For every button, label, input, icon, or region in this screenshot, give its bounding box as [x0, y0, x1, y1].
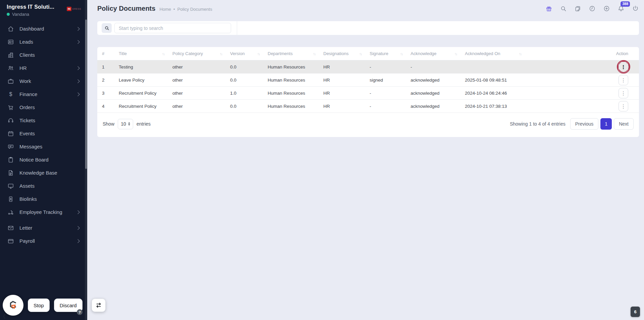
toolbar-divider — [237, 21, 237, 35]
row-action-menu-button[interactable]: ⋮ — [619, 62, 628, 72]
table-row[interactable]: 1 Testing other 0.0 Human Resources HR -… — [97, 60, 639, 74]
col-action: Action — [607, 47, 639, 60]
phone-profile-icon — [7, 196, 14, 202]
search-toolbar — [97, 21, 639, 35]
col-policy-category[interactable]: Policy Category↑↓ — [168, 47, 225, 60]
row-action-menu-button[interactable]: ⋮ — [619, 75, 628, 85]
company-name: Ingress IT Soluti... — [7, 4, 54, 10]
chevron-right-icon — [76, 79, 79, 83]
sidebar-scrollbar-thumb[interactable] — [85, 19, 87, 169]
show-label: Show — [103, 121, 114, 127]
calendar-icon — [7, 130, 14, 137]
app-root: Ingress IT Soluti... Vandana IN GRESS Da… — [0, 0, 644, 320]
sidebar-item-work[interactable]: Work — [0, 75, 87, 88]
sidebar-item-biolinks[interactable]: Biolinks — [0, 192, 87, 205]
next-page-button[interactable]: Next — [614, 118, 634, 130]
document-icon — [7, 170, 14, 176]
col-title[interactable]: Title↑↓ — [114, 47, 168, 60]
sidebar-item-letter[interactable]: Letter — [0, 221, 87, 234]
wallet-icon — [7, 238, 14, 244]
search-prefix-icon[interactable] — [102, 23, 112, 33]
briefcase-icon — [7, 78, 14, 85]
col-signature[interactable]: Signature↑↓ — [365, 47, 406, 60]
sidebar-item-orders[interactable]: Orders — [0, 101, 87, 114]
power-icon[interactable] — [632, 5, 639, 12]
current-page-button[interactable]: 1 — [600, 118, 612, 130]
row-action-menu-button[interactable]: ⋮ — [619, 88, 628, 98]
table-header-row: # Title↑↓ Policy Category↑↓ Version↑↓ De… — [97, 47, 639, 60]
monitor-icon — [7, 183, 14, 189]
scooter-tracking-icon — [7, 209, 14, 216]
users-icon — [7, 65, 14, 72]
page-size-select[interactable]: 10 — [118, 119, 133, 129]
sidebar-item-notice-board[interactable]: Notice Board — [0, 153, 87, 166]
sidebar-item-payroll[interactable]: Payroll — [0, 234, 87, 247]
breadcrumb-home[interactable]: Home — [159, 7, 171, 12]
col-acknowledge[interactable]: Acknowledge↑↓ — [406, 47, 460, 60]
sort-icon: ↑↓ — [359, 52, 362, 56]
sort-icon: ↑↓ — [162, 52, 164, 56]
chevron-right-icon — [76, 210, 79, 214]
chevron-right-icon — [76, 40, 79, 44]
swap-arrows-button[interactable] — [92, 299, 106, 312]
gift-icon[interactable] — [545, 5, 552, 12]
top-bar: Policy Documents Home • Policy Documents… — [87, 0, 644, 17]
sidebar-item-hr[interactable]: HR — [0, 61, 87, 75]
plus-circle-icon[interactable] — [603, 5, 610, 12]
search-input[interactable] — [114, 23, 231, 33]
home-icon — [7, 26, 14, 32]
sidebar-item-assets[interactable]: Assets — [0, 179, 87, 192]
sidebar-item-employee-tracking[interactable]: Employee Tracking — [0, 205, 87, 219]
search-icon[interactable] — [559, 5, 567, 12]
brand-logo-text: GRESS — [72, 8, 81, 10]
chevron-right-icon — [76, 92, 79, 96]
row-action-menu-button[interactable]: ⋮ — [619, 101, 628, 111]
clock-icon[interactable] — [588, 5, 596, 12]
main-content: Policy Documents Home • Policy Documents… — [87, 0, 644, 320]
sidebar-item-tickets[interactable]: Tickets — [0, 114, 87, 127]
breadcrumb-separator: • — [173, 7, 175, 12]
col-num: # — [97, 47, 114, 60]
policy-table: # Title↑↓ Policy Category↑↓ Version↑↓ De… — [97, 47, 639, 113]
page-title: Policy Documents — [97, 5, 155, 12]
brand-logo: IN GRESS — [67, 7, 81, 11]
bell-icon[interactable]: 388 — [617, 5, 625, 12]
sidebar-item-knowledge-base[interactable]: Knowledge Base — [0, 166, 87, 179]
stop-button[interactable]: Stop — [28, 299, 50, 312]
sidebar: Ingress IT Soluti... Vandana IN GRESS Da… — [0, 0, 87, 320]
help-badge[interactable]: ? — [77, 309, 83, 315]
leads-card-icon — [7, 39, 14, 45]
table-row[interactable]: 2 Leave Policy other 0.0 Human Resources… — [97, 74, 639, 87]
sidebar-item-finance[interactable]: $ Finance — [0, 88, 87, 101]
col-departments[interactable]: Departments↑↓ — [263, 47, 319, 60]
agent-logo-icon — [7, 299, 19, 311]
dollar-icon: $ — [7, 91, 14, 98]
sidebar-item-dashboard[interactable]: Dashboard — [0, 22, 87, 35]
table-footer: Show 10 entries Showing 1 to 4 of 4 entr… — [97, 113, 639, 136]
col-version[interactable]: Version↑↓ — [225, 47, 263, 60]
col-acknowledged-on[interactable]: Acknowledged On↑↓ — [460, 47, 525, 60]
cart-icon — [7, 104, 14, 111]
count-badge[interactable]: 6 — [631, 307, 640, 317]
col-filler — [525, 47, 607, 60]
sidebar-item-leads[interactable]: Leads — [0, 35, 87, 48]
swap-arrows-icon — [95, 302, 102, 309]
col-designations[interactable]: Designations↑↓ — [319, 47, 365, 60]
table-row[interactable]: 4 Recruitment Policy other 0.0 Human Res… — [97, 100, 639, 113]
sidebar-nav: Dashboard Leads Clients HR Work — [0, 22, 87, 247]
agent-logo-button[interactable] — [3, 295, 23, 316]
notes-icon[interactable] — [574, 5, 581, 12]
top-icon-group: 388 — [545, 5, 639, 12]
sort-icon: ↑↓ — [220, 52, 222, 56]
chevron-right-icon — [76, 66, 79, 70]
table-row[interactable]: 3 Recruitment Policy other 1.0 Human Res… — [97, 87, 639, 100]
sort-icon: ↑↓ — [257, 52, 260, 56]
sidebar-item-clients[interactable]: Clients — [0, 48, 87, 61]
chevron-right-icon — [76, 226, 79, 230]
sidebar-item-events[interactable]: Events — [0, 127, 87, 140]
collapse-arrow-icon[interactable]: ❮ — [2, 313, 6, 319]
pagination-summary: Showing 1 to 4 of 4 entries — [510, 121, 566, 127]
policy-table-card: # Title↑↓ Policy Category↑↓ Version↑↓ De… — [97, 47, 639, 137]
previous-page-button[interactable]: Previous — [570, 118, 598, 130]
sidebar-item-messages[interactable]: Messages — [0, 140, 87, 153]
